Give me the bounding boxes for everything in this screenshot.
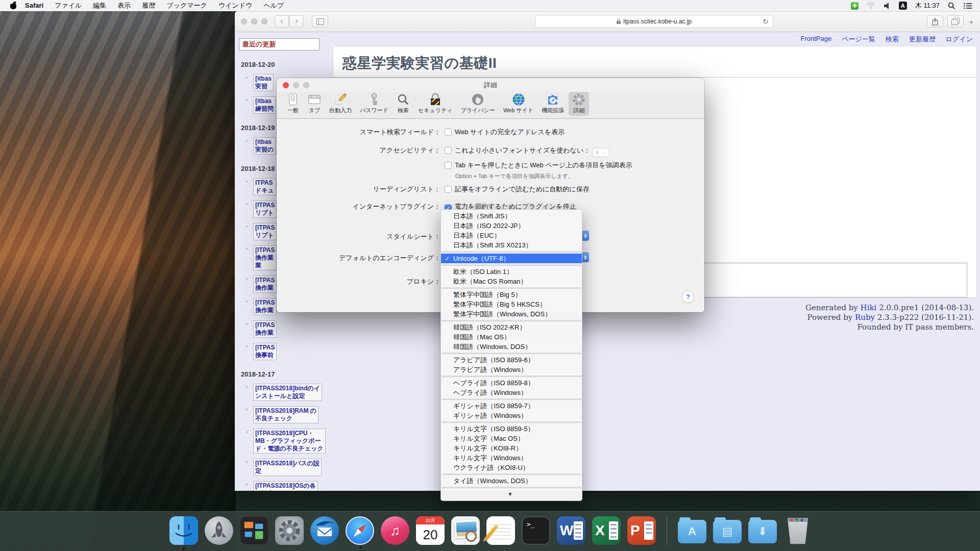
- encoding-menu-item[interactable]: [441, 420, 582, 424]
- encoding-menu-item[interactable]: [441, 486, 582, 489]
- encoding-menu-item[interactable]: ヘブライ語（Windows）: [441, 388, 582, 397]
- spotlight-icon[interactable]: [948, 2, 955, 10]
- hiki-link[interactable]: Hiki: [861, 303, 877, 312]
- apple-menu-icon[interactable]: [10, 2, 16, 9]
- encoding-menu-item[interactable]: タイ語（Windows, DOS）: [441, 476, 582, 486]
- tab-extensions[interactable]: 機能拡張: [538, 92, 568, 116]
- wifi-icon[interactable]: [867, 3, 875, 9]
- sidebar-entry[interactable]: ○ [ITPASS2018]bindのイ ンストールと設定: [253, 384, 330, 401]
- back-button[interactable]: ‹: [275, 15, 289, 28]
- encoding-menu-item[interactable]: [441, 263, 582, 267]
- tab-autofill[interactable]: 自動入力: [326, 92, 355, 116]
- prefs-titlebar[interactable]: 詳細: [277, 78, 704, 92]
- tab-privacy[interactable]: プライバシー: [457, 92, 499, 116]
- nav-history-link[interactable]: 更新履歴: [909, 35, 936, 44]
- encoding-menu-item[interactable]: ✓Unicode（UTF-8）: [441, 254, 582, 263]
- encoding-menu-item[interactable]: ウクライナ語（KOI8-U）: [441, 463, 582, 472]
- menu-window[interactable]: ウインドウ: [213, 0, 258, 11]
- encoding-menu-item[interactable]: キリル文字（Windows）: [441, 453, 582, 463]
- sidebar-entry[interactable]: ○ [ITPASS2018]パスの設 定: [253, 459, 330, 476]
- encoding-menu-item[interactable]: ギリシャ語（Windows）: [441, 411, 582, 420]
- notification-center-icon[interactable]: [964, 3, 972, 9]
- new-tab-button[interactable]: +: [968, 17, 975, 26]
- encoding-menu-item[interactable]: ヘブライ語（ISO 8859-8）: [441, 378, 582, 388]
- menu-bookmarks[interactable]: ブックマーク: [161, 0, 213, 11]
- dock-trash-icon[interactable]: [783, 516, 812, 545]
- encoding-menu-item[interactable]: 日本語（Shift JIS X0213）: [441, 240, 582, 250]
- encoding-menu-item[interactable]: [441, 374, 582, 378]
- dock-powerpoint-icon[interactable]: P: [627, 516, 656, 545]
- menu-view[interactable]: 表示: [112, 0, 136, 11]
- reload-button[interactable]: ↻: [763, 17, 769, 26]
- dock-textedit-icon[interactable]: [486, 516, 515, 545]
- encoding-menu-item[interactable]: 日本語（Shift JIS）: [441, 211, 582, 221]
- sidebar-entry[interactable]: ○ [ITPASS2018]CPU・ MB・グラフィックボー ド・電源の不良チェ…: [253, 429, 330, 454]
- minimize-button[interactable]: [251, 18, 257, 24]
- dock-preview-icon[interactable]: [451, 516, 480, 545]
- encoding-menu-item[interactable]: 繁体字中国語（Windows, DOS）: [441, 309, 582, 319]
- encoding-menu-item[interactable]: [441, 472, 582, 476]
- encoding-menu-item[interactable]: [441, 352, 582, 355]
- tab-security[interactable]: セキュリティ: [414, 92, 456, 116]
- sidebar-entry[interactable]: ○ 2018-12-20: [241, 60, 330, 69]
- encoding-menu-item[interactable]: アラビア語（Windows）: [441, 365, 582, 374]
- sidebar-entry[interactable]: ○ [ITPASS2018]RAM の 不良チェック: [253, 406, 330, 423]
- dock-launchpad-icon[interactable]: [205, 516, 233, 545]
- dock-itunes-icon[interactable]: ♫: [381, 516, 409, 545]
- sidebar-entry[interactable]: ○ 2018-12-17: [241, 369, 330, 379]
- encoding-menu-item[interactable]: キリル文字（Mac OS）: [441, 434, 582, 443]
- sidebar-entry[interactable]: ○ [ITPAS 換作業: [253, 320, 330, 338]
- encoding-menu-item[interactable]: 欧米（ISO Latin 1）: [441, 267, 582, 277]
- volume-icon[interactable]: [884, 3, 891, 9]
- tab-tabs[interactable]: ×+ タブ: [304, 92, 325, 116]
- nav-frontpage-link[interactable]: FrontPage: [800, 35, 831, 44]
- dock-calendar-icon[interactable]: 12月 20: [416, 516, 445, 545]
- dock-excel-icon[interactable]: X: [592, 516, 621, 545]
- tab-websites[interactable]: Web サイト: [500, 92, 537, 116]
- encoding-menu-item[interactable]: キリル文字（KOI8-R）: [441, 443, 582, 453]
- encoding-popup-cap[interactable]: [581, 252, 589, 262]
- forward-button[interactable]: ›: [289, 15, 304, 28]
- encoding-menu-item[interactable]: 日本語（EUC）: [441, 231, 582, 240]
- menu-history[interactable]: 履歴: [136, 0, 161, 11]
- encoding-menu-item[interactable]: 繁体字中国語（Big 5）: [441, 290, 582, 299]
- offline-save-checkbox[interactable]: [445, 186, 452, 193]
- dock-word-icon[interactable]: W: [557, 516, 585, 545]
- input-source-icon[interactable]: A: [899, 2, 907, 10]
- share-button[interactable]: [927, 15, 943, 28]
- help-button[interactable]: ?: [682, 291, 694, 303]
- sidebar-entry[interactable]: ○ [ITPASS2018]OSの各 種設定: [253, 481, 330, 491]
- encoding-menu-item[interactable]: ギリシャ語（ISO 8859-7）: [441, 401, 582, 411]
- encoding-menu-item[interactable]: 日本語（ISO 2022-JP）: [441, 221, 582, 231]
- dock-downloads-folder-icon[interactable]: ⬇: [748, 520, 777, 543]
- encoding-menu-item[interactable]: ▼: [441, 489, 582, 499]
- address-bar[interactable]: itpass.scitec.kobe-u.ac.jp ↻: [535, 15, 773, 28]
- encoding-menu-item[interactable]: [441, 319, 582, 322]
- dock-mission-control-icon[interactable]: [240, 516, 268, 545]
- tab-general[interactable]: 一般: [283, 92, 303, 116]
- dock-safari-icon[interactable]: [346, 516, 374, 545]
- font-size-select[interactable]: 9: [592, 148, 609, 157]
- show-full-address-checkbox[interactable]: [445, 129, 452, 136]
- min-font-size-checkbox[interactable]: [445, 147, 452, 154]
- tab-highlight-checkbox[interactable]: [445, 162, 452, 169]
- ruby-link[interactable]: Ruby: [855, 313, 875, 322]
- encoding-menu-item[interactable]: [441, 250, 582, 254]
- tab-advanced[interactable]: 詳細: [569, 92, 589, 116]
- dock-finder-icon[interactable]: [169, 516, 198, 545]
- tab-overview-button[interactable]: [947, 15, 964, 28]
- status-green-app-icon[interactable]: ✚: [851, 2, 859, 10]
- encoding-menu-item[interactable]: 韓国語（Windows, DOS）: [441, 342, 582, 352]
- stylesheet-popup-cap[interactable]: [581, 231, 589, 241]
- encoding-menu-item[interactable]: [441, 397, 582, 401]
- dock-thunderbird-icon[interactable]: [310, 516, 339, 545]
- dock-documents-folder-icon[interactable]: ▤: [713, 520, 742, 543]
- sidebar-toggle-button[interactable]: [312, 15, 328, 28]
- encoding-menu-item[interactable]: アラビア語（ISO 8859-6）: [441, 355, 582, 365]
- encoding-menu-item[interactable]: 繁体字中国語（Big 5 HKSCS）: [441, 299, 582, 309]
- dock-terminal-icon[interactable]: >_: [522, 516, 550, 545]
- prefs-zoom-button[interactable]: [303, 82, 309, 88]
- encoding-menu-item[interactable]: [441, 286, 582, 290]
- menu-help[interactable]: ヘルプ: [258, 0, 289, 11]
- encoding-menu-item[interactable]: 欧米（Mac OS Roman）: [441, 277, 582, 286]
